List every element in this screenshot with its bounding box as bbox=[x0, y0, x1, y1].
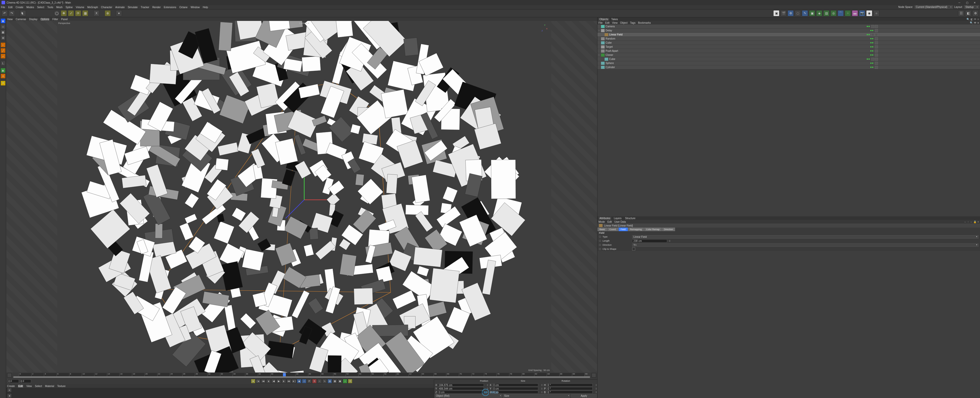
panel-search-icon[interactable]: 🔍 bbox=[966, 18, 969, 21]
tab-objects[interactable]: Objects bbox=[598, 18, 609, 21]
om-menu-edit[interactable]: Edit bbox=[605, 21, 609, 24]
viewmenu-display[interactable]: Display bbox=[29, 18, 38, 21]
bend[interactable]: ⌒ bbox=[838, 10, 844, 16]
menu-tracker[interactable]: Tracker bbox=[141, 6, 149, 9]
matmenu-edit[interactable]: Edit bbox=[18, 385, 23, 388]
rotate-tool[interactable]: ⟳ bbox=[75, 10, 81, 16]
menu-edit[interactable]: Edit bbox=[8, 6, 13, 9]
gear-icon[interactable]: ⚙ bbox=[972, 10, 978, 16]
attr-tab-direction[interactable]: Direction bbox=[662, 228, 676, 231]
render-settings[interactable]: ⚙ bbox=[788, 10, 794, 16]
play-forward[interactable]: ▶ bbox=[277, 379, 281, 384]
objrow-target[interactable]: Target bbox=[597, 45, 980, 49]
next-key[interactable]: ⏭ bbox=[286, 379, 291, 384]
light-btn[interactable]: ◉ bbox=[866, 10, 872, 16]
visibility-dots[interactable] bbox=[870, 62, 873, 64]
objrow-push-apart[interactable]: Push Apart bbox=[597, 49, 980, 53]
tag-icon[interactable] bbox=[875, 37, 878, 40]
coord-sys[interactable]: ⊕ bbox=[105, 10, 111, 16]
attr-tab-basic[interactable]: Basic bbox=[597, 228, 608, 231]
tag-icon[interactable] bbox=[875, 58, 878, 61]
goto-end[interactable]: ⏵| bbox=[292, 379, 296, 384]
object-mode[interactable]: ◇ bbox=[0, 24, 6, 29]
anim-dot-icon[interactable] bbox=[599, 240, 601, 242]
locked[interactable]: 🔒 bbox=[0, 81, 6, 86]
om-menu-icon[interactable]: ≡ bbox=[977, 21, 979, 24]
subdiv[interactable]: ◈ bbox=[816, 10, 822, 16]
attr-up-icon[interactable]: ↑ bbox=[967, 220, 969, 223]
om-menu-tags[interactable]: Tags bbox=[630, 21, 635, 24]
viewport[interactable]: Perspective Camera ▾ Grid Spacing : 50 c… bbox=[57, 21, 551, 373]
camera-btn[interactable]: 📷 bbox=[859, 10, 865, 16]
viewmenu-cameras[interactable]: Cameras bbox=[16, 18, 26, 21]
asset-browser[interactable]: ☷ bbox=[958, 10, 964, 16]
attr-fwd-icon[interactable]: → bbox=[970, 220, 972, 223]
point-mode[interactable]: • bbox=[0, 42, 6, 48]
menu-volume[interactable]: Volume bbox=[76, 6, 84, 9]
visibility-dots[interactable] bbox=[867, 26, 870, 27]
attr-tab-field[interactable]: Field bbox=[619, 228, 628, 231]
menu-extensions[interactable]: Extensions bbox=[164, 6, 177, 9]
tab-takes[interactable]: Takes bbox=[610, 18, 619, 21]
render-view[interactable]: ▣ bbox=[773, 10, 780, 16]
om-search-icon[interactable]: 🔍 bbox=[970, 21, 973, 24]
tag-icon[interactable] bbox=[875, 41, 878, 45]
key-pos[interactable]: P bbox=[307, 379, 312, 384]
visibility-dots[interactable] bbox=[867, 34, 870, 35]
viewport-solo[interactable]: ◉ bbox=[0, 68, 6, 73]
last-tool[interactable]: ▦ bbox=[82, 10, 88, 16]
apply-button[interactable]: Apply bbox=[571, 394, 597, 398]
key-start[interactable] bbox=[7, 373, 12, 377]
visibility-dots[interactable] bbox=[870, 54, 873, 56]
menu-select[interactable]: Select bbox=[37, 6, 44, 9]
rot-H[interactable] bbox=[547, 384, 593, 387]
window-close[interactable]: ✕ bbox=[971, 0, 978, 5]
snap-toggle[interactable]: ⊙ bbox=[0, 73, 6, 79]
tab-structure[interactable]: Structure bbox=[624, 217, 636, 220]
menu-help[interactable]: Help bbox=[203, 6, 208, 9]
boole[interactable]: ◎ bbox=[830, 10, 837, 16]
viewmenu-filter[interactable]: Filter bbox=[52, 18, 58, 21]
objrow-random[interactable]: Random bbox=[597, 37, 980, 41]
menu-character[interactable]: Character bbox=[101, 6, 112, 9]
null-btn[interactable]: ○ bbox=[873, 10, 880, 16]
null-obj[interactable]: ◌ bbox=[795, 10, 801, 16]
attr-back-icon[interactable]: ← bbox=[964, 220, 966, 223]
attr-clip to shape-checkbox[interactable] bbox=[632, 247, 635, 250]
menu-create[interactable]: Create bbox=[16, 6, 23, 9]
key-pla[interactable]: ▤ bbox=[328, 379, 332, 384]
menu-simulate[interactable]: Simulate bbox=[127, 6, 138, 9]
objrow-cube[interactable]: Cube bbox=[597, 57, 980, 61]
rot-P[interactable] bbox=[547, 387, 593, 390]
attr-length-input[interactable] bbox=[632, 239, 667, 243]
autokey-button[interactable]: ● bbox=[251, 379, 256, 384]
anim-dot-icon[interactable] bbox=[599, 244, 601, 246]
menu-animate[interactable]: Animate bbox=[115, 6, 125, 9]
range-start-field[interactable] bbox=[20, 379, 31, 383]
key-param[interactable]: ∿ bbox=[322, 379, 327, 384]
move-tool[interactable]: ✥ bbox=[61, 10, 67, 16]
tag-icon[interactable] bbox=[875, 66, 878, 69]
anim-dot-icon[interactable] bbox=[599, 236, 601, 238]
tag-icon[interactable] bbox=[875, 49, 878, 53]
matmenu-create[interactable]: Create bbox=[7, 385, 15, 388]
tag-icon[interactable] bbox=[871, 58, 874, 61]
visibility-dots[interactable] bbox=[870, 50, 873, 51]
prev-key[interactable]: ⏮ bbox=[261, 379, 266, 384]
key-scale[interactable]: S bbox=[312, 379, 317, 384]
attr-menu-userdata[interactable]: User Data bbox=[614, 220, 626, 223]
floor[interactable]: ▬ bbox=[852, 10, 858, 16]
visibility-dots[interactable] bbox=[870, 42, 873, 43]
size-mode-combo[interactable]: Size bbox=[503, 394, 570, 398]
axis-mode[interactable]: L bbox=[0, 61, 6, 66]
goto-start[interactable]: |⏴ bbox=[256, 379, 261, 384]
timeline-range[interactable] bbox=[13, 376, 590, 378]
undo-button[interactable]: ↶ bbox=[2, 10, 8, 16]
menu-octane[interactable]: Octane bbox=[180, 6, 188, 9]
object-tree[interactable]: Camera−DelayLinear FieldRandomCubeTarget… bbox=[597, 24, 980, 69]
key-end[interactable] bbox=[592, 373, 596, 377]
objrow-cylinder[interactable]: Cylinder bbox=[597, 65, 980, 69]
poly-mode[interactable]: ▱ bbox=[0, 54, 6, 59]
keyframe-sel[interactable]: ◇ bbox=[302, 379, 307, 384]
menu-mograph[interactable]: MoGraph bbox=[87, 6, 98, 9]
